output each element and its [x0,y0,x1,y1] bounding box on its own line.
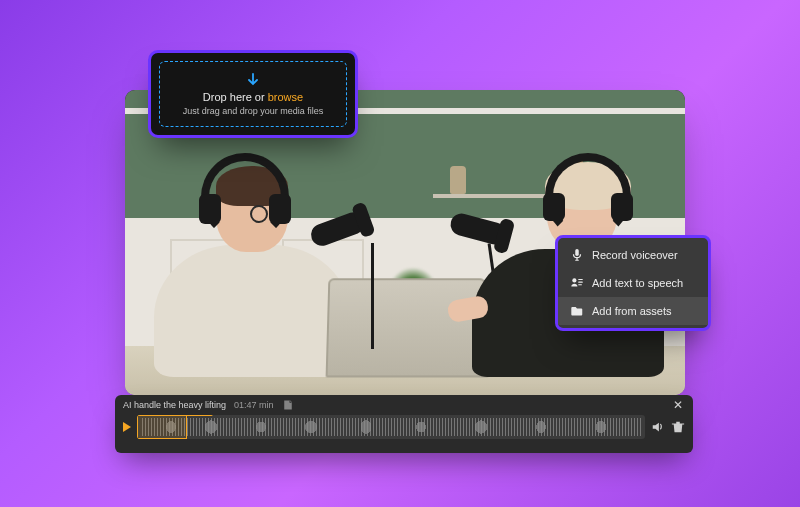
selection-range[interactable]: 00:00.0 01:47.0 01:47.0 [137,415,187,439]
add-audio-menu: Record voiceover Add text to speech Add … [555,235,711,331]
mic-stand-left [371,243,374,350]
dropzone-subtext: Just drag and drop your media files [183,106,324,116]
menu-item-label: Record voiceover [592,249,678,261]
dropzone-text: Drop here or browse [203,91,303,103]
svg-point-1 [572,278,576,282]
menu-item-record-voiceover[interactable]: Record voiceover [558,241,708,269]
svg-rect-0 [575,249,579,256]
browse-link[interactable]: browse [268,91,303,103]
folder-icon [570,304,584,318]
menu-item-label: Add from assets [592,305,671,317]
play-button[interactable] [123,422,131,432]
waveform [141,418,641,436]
marker-end[interactable]: 01:47.0 [178,415,213,416]
waveform-track[interactable]: 00:00.0 01:47.0 01:47.0 [137,415,645,439]
upload-dropzone[interactable]: Drop here or browse Just drag and drop y… [148,50,358,138]
dropzone-text-pre: Drop here or [203,91,268,103]
menu-item-label: Add text to speech [592,277,683,289]
menu-item-text-to-speech[interactable]: Add text to speech [558,269,708,297]
download-arrow-icon [245,72,261,88]
marker-start[interactable]: 00:00.0 [138,415,173,416]
trash-icon[interactable] [671,420,685,434]
menu-item-add-from-assets[interactable]: Add from assets [558,297,708,325]
note-icon[interactable] [282,399,294,411]
tts-icon [570,276,584,290]
clip-duration: 01:47 min [234,400,274,410]
close-icon[interactable]: ✕ [671,398,685,412]
mic-icon [570,248,584,262]
volume-icon[interactable] [651,420,665,434]
timeline-header: AI handle the heavy lifting 01:47 min ✕ [115,395,693,413]
clip-title: AI handle the heavy lifting [123,400,226,410]
marker-below[interactable]: 01:47.0 [138,438,173,439]
dropzone-inner[interactable]: Drop here or browse Just drag and drop y… [159,61,347,127]
timeline-body: 00:00.0 01:47.0 01:47.0 [115,413,693,441]
audio-timeline-panel: AI handle the heavy lifting 01:47 min ✕ … [115,395,693,453]
